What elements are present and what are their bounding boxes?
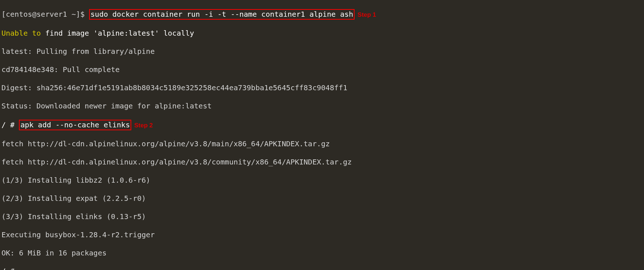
shell-prompt: / #	[1, 120, 19, 129]
terminal-line: Unable to find image 'alpine:latest' loc…	[1, 29, 643, 38]
terminal-line: OK: 6 MiB in 16 packages	[1, 249, 643, 258]
terminal-line: (2/3) Installing expat (2.2.5-r0)	[1, 194, 643, 203]
terminal-line: Executing busybox-1.28.4-r2.trigger	[1, 230, 643, 239]
terminal-line: fetch http://dl-cdn.alpinelinux.org/alpi…	[1, 158, 643, 167]
output-text: find image 'alpine:latest' locally	[41, 29, 194, 37]
step2-command-box: apk add --no-cache elinks	[19, 120, 131, 130]
terminal-line: (3/3) Installing elinks (0.13-r5)	[1, 212, 643, 221]
shell-prompt: [centos@server1 ~]$	[1, 10, 89, 19]
terminal-line: / #	[1, 267, 643, 270]
terminal-line: Status: Downloaded newer image for alpin…	[1, 102, 643, 111]
terminal-line: / # apk add --no-cache elinksStep 2	[1, 120, 643, 130]
step1-label: Step 1	[355, 11, 376, 18]
terminal-line: latest: Pulling from library/alpine	[1, 47, 643, 56]
terminal-line: (1/3) Installing libbz2 (1.0.6-r6)	[1, 176, 643, 185]
output-text: Unable to	[1, 29, 41, 37]
step1-command-box: sudo docker container run -i -t --name c…	[89, 9, 355, 20]
terminal-line: [centos@server1 ~]$ sudo docker containe…	[1, 9, 643, 20]
terminal-line: Digest: sha256:46e71df1e5191ab8b8034c518…	[1, 83, 643, 92]
step2-command: apk add --no-cache elinks	[20, 120, 130, 129]
step1-command: sudo docker container run -i -t --name c…	[91, 10, 353, 19]
step2-label: Step 2	[131, 122, 153, 129]
terminal-line: cd784148e348: Pull complete	[1, 65, 643, 74]
terminal-line: fetch http://dl-cdn.alpinelinux.org/alpi…	[1, 139, 643, 148]
